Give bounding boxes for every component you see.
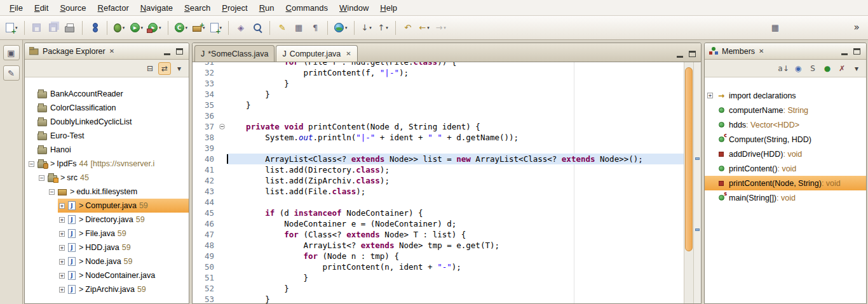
code-line-53[interactable]: 53 } [193,294,684,303]
tree-item-file-java[interactable]: +J>File.java59 [25,227,189,241]
tree-item-ipdfs[interactable]: −>IpdFs44[https://svnserver.i [25,157,189,171]
code-line-50[interactable]: 50 printContent(n, ident + "-"); [193,261,684,272]
minimize-icon[interactable] [164,53,170,55]
expander-plus-icon[interactable]: + [59,203,65,209]
new-java-class-button[interactable]: ▾ [173,19,190,36]
code-line-39[interactable]: 39 [193,143,684,154]
expander-minus-icon[interactable]: − [29,161,34,167]
code-line-36[interactable]: 36 [193,110,684,121]
expander-plus-icon[interactable]: + [59,287,65,293]
hide-static-button[interactable]: S [806,62,819,75]
menu-file[interactable]: File [4,1,29,15]
code-line-35[interactable]: 35 } [193,100,684,110]
minimize-icon[interactable] [677,56,683,58]
block-selection-button[interactable]: ▦ [291,19,306,36]
expander-plus-icon[interactable]: + [59,245,65,251]
members-view-menu-button[interactable]: ▾ [850,62,863,75]
maximize-icon[interactable] [853,48,860,55]
new-wizard-button[interactable]: ▾ [4,19,20,36]
tree-item-directory-java[interactable]: +J>Directory.java59 [25,213,189,227]
editor-tab-computer-java[interactable]: JComputer.java✕ [276,45,357,62]
next-annotation-button[interactable]: ↓▾ [359,19,374,36]
external-tools-button[interactable]: ▾ [146,19,163,36]
code-line-51[interactable]: 51 } [193,272,684,283]
expander-minus-icon[interactable]: − [49,189,55,195]
tree-item-src[interactable]: −>src45 [25,171,189,185]
tree-item-doublylinkedcycliclist[interactable]: DoublyLinkedCyclicList [25,115,189,129]
menu-help[interactable]: Help [374,1,403,15]
menu-commands[interactable]: Commands [280,1,334,15]
menu-edit[interactable]: Edit [29,1,54,15]
expander-plus-icon[interactable]: + [59,259,65,265]
search-button[interactable] [250,19,265,36]
hide-local-types-button[interactable]: ✗ [836,62,848,75]
menu-project[interactable]: Project [216,1,253,15]
tree-item-euro-test[interactable]: Euro-Test [25,129,189,143]
code-line-45[interactable]: 45 if (d instanceof NodeContainer) { [193,208,684,218]
code-line-33[interactable]: 33 } [193,78,684,89]
last-edit-location-button[interactable]: ↶ [400,19,416,36]
tree-item-nodecontainer-java[interactable]: +J>NodeContainer.java [25,268,189,282]
maximize-icon[interactable] [176,48,183,55]
web-browser-button[interactable]: ▾ [332,19,349,36]
member-adddrive-hdd[interactable]: addDrive(HDD) : void [705,147,866,161]
annotation-marker[interactable] [695,228,700,231]
scrollbar-thumb[interactable] [685,67,693,251]
hide-non-public-button[interactable]: ● [821,62,834,75]
restore-views-button[interactable]: ▣ [3,45,20,60]
code-line-44[interactable]: 44 [193,197,684,208]
members-header[interactable]: Members ✕ [705,43,866,60]
show-whitespace-button[interactable]: ¶ [308,19,323,36]
tree-item-hanoi[interactable]: Hanoi [25,143,189,157]
mark-occurrences-button[interactable]: ✎ [275,19,290,36]
fold-collapse-icon[interactable] [218,121,227,132]
code-line-32[interactable]: 32 printContent(f, "|-"); [193,67,684,78]
expander-plus-icon[interactable]: + [707,93,713,98]
code-line-37[interactable]: 37 private void printContent(Node d, Str… [193,121,684,132]
editor-shortcut-button[interactable]: ✎ [3,65,20,81]
minimize-icon[interactable] [841,53,848,55]
expander-minus-icon[interactable]: − [39,175,44,181]
code-line-48[interactable]: 48 ArrayList<? extends Node> tmp = e.get… [193,240,684,251]
tree-item-computer-java[interactable]: +J>Computer.java59 [25,199,189,213]
overview-ruler[interactable] [693,62,701,303]
editor-tab-someclass-java[interactable]: J*SomeClass.java [194,45,275,62]
tree-item-colorclassification[interactable]: ColorClassification [25,101,189,115]
code-line-49[interactable]: 49 for (Node n : tmp) { [193,251,684,261]
code-line-31[interactable]: 31 for (File f : hdd.get(File.class)) { [193,62,684,67]
open-element-button[interactable]: ◈ [233,19,248,36]
open-perspective-button[interactable]: ▦ [768,19,783,36]
expander-plus-icon[interactable]: + [59,273,65,279]
debug-button[interactable]: ▾ [112,19,127,36]
new-java-element-button[interactable]: ▾ [208,19,224,36]
expander-plus-icon[interactable]: + [59,217,65,223]
members-close-icon[interactable]: ✕ [759,48,764,55]
collapse-all-button[interactable]: ⊟ [144,62,156,75]
code-line-41[interactable]: 41 list.add(Directory.class); [193,164,684,175]
member-printcontent[interactable]: printContent() : void [705,161,866,176]
breakpoints-button[interactable] [87,19,102,36]
previous-annotation-button[interactable]: ↑▾ [376,19,391,36]
hide-fields-button[interactable]: ◉ [792,62,804,75]
code-line-47[interactable]: 47 for (Class<? extends Node> T : list) … [193,229,684,240]
link-with-editor-button[interactable]: ⇄ [158,62,171,75]
member-import-declarations[interactable]: +→import declarations [705,88,866,103]
member-computer-string-hdd[interactable]: cComputer(String, HDD) [705,132,866,147]
expander-plus-icon[interactable]: + [59,231,65,237]
tree-item-ziparchiv-java[interactable]: +J>ZipArchiv.java59 [25,282,189,296]
code-line-42[interactable]: 42 list.add(ZipArchiv.class); [193,175,684,186]
new-java-package-button[interactable]: ▾ [191,19,207,36]
code-line-43[interactable]: 43 list.add(File.class); [193,186,684,197]
menu-navigate[interactable]: Navigate [135,1,179,15]
member-main-string[interactable]: smain(String[]) : void [705,190,866,205]
back-button[interactable]: ←▾ [417,19,432,36]
menu-window[interactable]: Window [334,1,374,15]
member-hdds[interactable]: hdds : Vector<HDD> [705,117,866,132]
tree-item-edu-kit-filesystem[interactable]: −>edu.kit.filesystem [25,185,189,199]
print-button[interactable] [62,19,78,36]
code-line-46[interactable]: 46 NodeContainer e = (NodeContainer) d; [193,218,684,229]
menu-source[interactable]: Source [54,1,92,15]
pe-view-menu-button[interactable]: ▾ [173,62,186,75]
code-line-52[interactable]: 52 } [193,283,684,294]
package-explorer-close-icon[interactable]: ✕ [109,48,114,55]
